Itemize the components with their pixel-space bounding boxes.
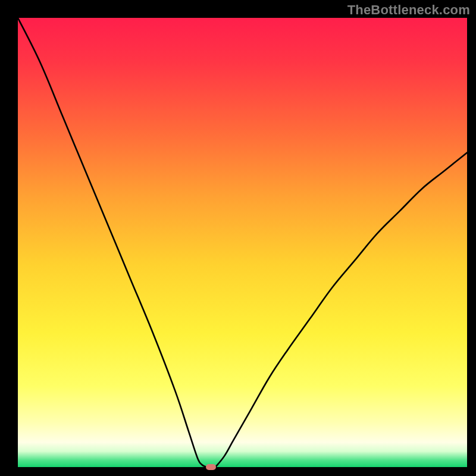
curve-layer — [18, 18, 467, 467]
curve-right — [215, 153, 467, 468]
bottom-marker — [206, 464, 216, 471]
outer-frame: TheBottleneck.com — [0, 0, 476, 476]
watermark-text: TheBottleneck.com — [347, 2, 470, 18]
curve-left — [18, 18, 206, 467]
plot-area — [18, 18, 467, 467]
